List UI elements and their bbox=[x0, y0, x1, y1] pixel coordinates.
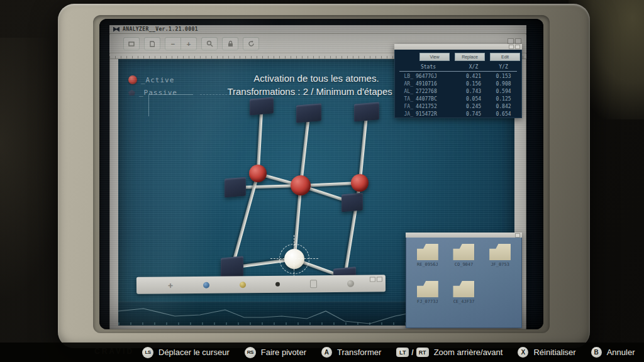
cube-bottom-left[interactable] bbox=[221, 256, 243, 278]
folder-item[interactable]: CO_9047 bbox=[448, 244, 480, 267]
stat-code: 4421752 bbox=[416, 103, 457, 111]
minimize-button[interactable] bbox=[509, 45, 514, 49]
bond-rod bbox=[358, 112, 369, 183]
dot-tool-icon[interactable] bbox=[275, 282, 280, 287]
gamepad-button-ls-icon: LS bbox=[142, 347, 153, 358]
hint-item: BAnnuler bbox=[591, 347, 635, 358]
monitor-screen: ANALYZER__Ver.1.21.0001 − + bbox=[99, 19, 543, 329]
gamepad-button-rt-icon: RT bbox=[416, 348, 429, 357]
hint-label: Annuler bbox=[607, 348, 635, 357]
folder-item[interactable]: JF_0753 bbox=[484, 244, 516, 267]
minus-button[interactable]: − bbox=[165, 37, 181, 50]
close-button[interactable] bbox=[515, 233, 520, 238]
gamepad-button-a-icon: A bbox=[321, 347, 332, 358]
cube-top-left[interactable] bbox=[250, 97, 274, 115]
bond-rod bbox=[293, 185, 303, 259]
hint-label: Déplacer le curseur bbox=[158, 348, 230, 357]
cursor-sphere[interactable] bbox=[284, 249, 304, 269]
stat-value: 0.054 bbox=[457, 96, 490, 103]
bond-rod bbox=[299, 113, 311, 186]
stat-code: 96477GJ bbox=[416, 73, 457, 80]
yellow-orb-tool-icon[interactable] bbox=[240, 282, 246, 288]
folder-icon bbox=[453, 281, 474, 297]
folder-item[interactable]: FJ_0773J bbox=[412, 281, 443, 304]
sphere-center[interactable] bbox=[291, 175, 311, 195]
stat-code: 44077BC bbox=[416, 96, 457, 103]
minimize-button[interactable] bbox=[508, 38, 514, 44]
folder-label: CE_4JF37 bbox=[453, 299, 475, 304]
folder-label: FJ_0773J bbox=[417, 299, 438, 304]
gray-orb-tool-icon[interactable] bbox=[347, 280, 354, 287]
files-grid: RE_0956JCO_9047JF_0753FJ_0773JCE_4JF37 bbox=[412, 244, 516, 304]
folder-label: JF_0753 bbox=[491, 262, 509, 267]
crosshair-tool-icon[interactable]: + bbox=[168, 282, 173, 288]
stats-table: StatsX/ZY/Z LB_96477GJ0.4210.153AR_49107… bbox=[399, 64, 517, 118]
folder-icon bbox=[453, 244, 474, 260]
folder-icon bbox=[417, 281, 438, 297]
hint-keys: X bbox=[518, 347, 528, 358]
window-icon-button[interactable] bbox=[123, 37, 140, 50]
hint-keys: B bbox=[591, 347, 602, 358]
controller-hint-bar: LSDéplacer le curseurRSFaire pivoterATra… bbox=[0, 343, 644, 362]
stat-id: JA_ bbox=[399, 111, 416, 118]
stat-value: 0.153 bbox=[490, 73, 517, 80]
files-titlebar[interactable] bbox=[406, 233, 522, 238]
stats-row: FA_44217520.2450.842 bbox=[399, 103, 517, 111]
hint-item: ATransformer bbox=[321, 347, 381, 358]
cube-mid-left[interactable] bbox=[225, 177, 246, 198]
stats-button-replace[interactable]: Replace bbox=[455, 53, 485, 61]
cube-top-center[interactable] bbox=[296, 103, 321, 123]
stats-button-edit[interactable]: Edit bbox=[490, 53, 520, 61]
stat-code: 4910716 bbox=[416, 80, 457, 88]
stat-id: FA_ bbox=[399, 103, 416, 111]
hint-label: Faire pivoter bbox=[261, 348, 306, 357]
stats-row: AL_27227680.7430.594 bbox=[399, 88, 517, 96]
stat-value: 0.245 bbox=[457, 103, 490, 111]
document-button[interactable] bbox=[144, 37, 160, 50]
magnifier-button[interactable] bbox=[201, 37, 218, 50]
folder-item[interactable]: CE_4JF37 bbox=[448, 281, 480, 304]
cube-top-right[interactable] bbox=[354, 102, 379, 121]
minimize-button[interactable] bbox=[370, 277, 375, 282]
close-button[interactable] bbox=[515, 38, 521, 44]
folder-label: RE_0956J bbox=[417, 262, 438, 267]
stats-row: LB_96477GJ0.4210.153 bbox=[399, 73, 517, 80]
stats-button-view[interactable]: View bbox=[419, 53, 450, 61]
stat-code: 2722768 bbox=[416, 88, 457, 96]
stat-value: 0.842 bbox=[490, 103, 517, 111]
close-button[interactable] bbox=[515, 45, 520, 49]
stats-row: TA_44077BC0.0540.125 bbox=[399, 96, 517, 103]
stat-id: AR_ bbox=[399, 80, 416, 88]
floating-toolbar: + bbox=[136, 275, 386, 293]
sphere-right[interactable] bbox=[351, 174, 369, 192]
gamepad-button-lt-icon: LT bbox=[396, 348, 409, 357]
hint-label: Transformer bbox=[337, 348, 381, 357]
cube-mid-right[interactable] bbox=[341, 193, 363, 212]
window-titlebar[interactable]: ANALYZER__Ver.1.21.0001 bbox=[109, 25, 526, 34]
folder-icon bbox=[417, 244, 438, 260]
stat-value: 0.745 bbox=[457, 111, 490, 118]
hint-separator: / bbox=[411, 348, 413, 357]
stats-titlebar[interactable] bbox=[394, 44, 522, 50]
rotate-button[interactable] bbox=[243, 37, 259, 50]
plus-button[interactable]: + bbox=[181, 37, 197, 50]
stat-id: TA_ bbox=[399, 96, 416, 103]
analyzer-window: ANALYZER__Ver.1.21.0001 − + bbox=[109, 25, 526, 329]
folder-item[interactable]: RE_0956J bbox=[412, 244, 443, 267]
stat-value: 0.125 bbox=[490, 96, 517, 103]
hint-keys: RS bbox=[245, 347, 256, 358]
scene: CRAVID ANALYZER__Ver.1.21.0001 − bbox=[0, 0, 644, 362]
crt-monitor: CRAVID ANALYZER__Ver.1.21.0001 − bbox=[58, 4, 590, 348]
close-button[interactable] bbox=[377, 277, 382, 282]
sheet-tool-icon[interactable] bbox=[310, 280, 317, 288]
stats-buttons: ViewReplaceEdit bbox=[419, 53, 520, 61]
stat-value: 0.156 bbox=[457, 80, 490, 88]
blue-orb-tool-icon[interactable] bbox=[203, 282, 209, 288]
window-title: ANALYZER__Ver.1.21.0001 bbox=[123, 26, 198, 32]
stats-column-header: Y/Z bbox=[490, 64, 517, 70]
lock-button[interactable] bbox=[222, 37, 238, 50]
gamepad-button-rs-icon: RS bbox=[245, 347, 256, 358]
hint-label: Zoom arrière/avant bbox=[434, 348, 503, 357]
sphere-left[interactable] bbox=[249, 165, 267, 182]
stat-code: 915472R bbox=[416, 111, 457, 118]
